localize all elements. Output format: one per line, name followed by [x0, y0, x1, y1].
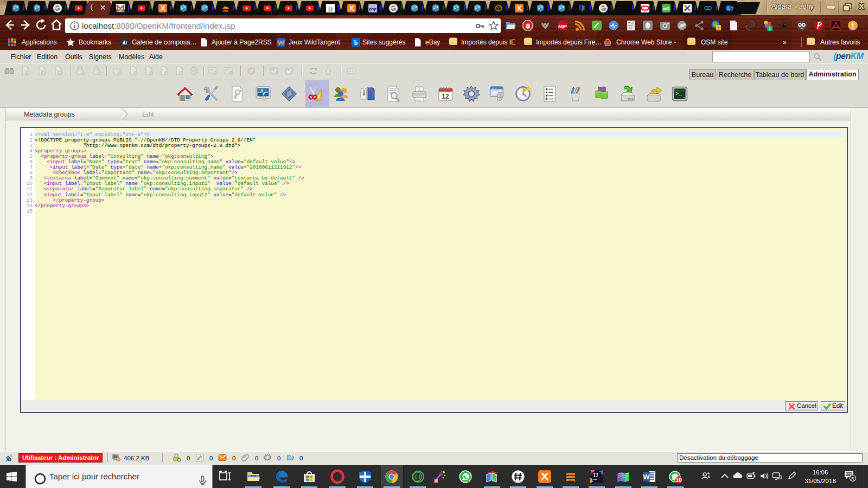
svg-text:10: 10 [675, 477, 682, 483]
svg-text:>_: >_ [675, 91, 682, 97]
svg-text:100+: 100+ [117, 9, 125, 12]
svg-text:?: ? [731, 6, 734, 12]
svg-text:12: 12 [442, 93, 449, 100]
svg-text:(): () [329, 5, 333, 12]
svg-text:w3: w3 [662, 6, 669, 11]
svg-text:php: php [369, 7, 376, 11]
svg-text:b: b [354, 39, 358, 47]
svg-text:ABP: ABP [558, 24, 568, 29]
svg-text:1: 1 [769, 25, 771, 31]
svg-text:!: ! [718, 25, 719, 30]
svg-text:5: 5 [851, 476, 854, 481]
svg-text:W: W [643, 473, 650, 481]
svg-text:PMA: PMA [223, 10, 229, 12]
